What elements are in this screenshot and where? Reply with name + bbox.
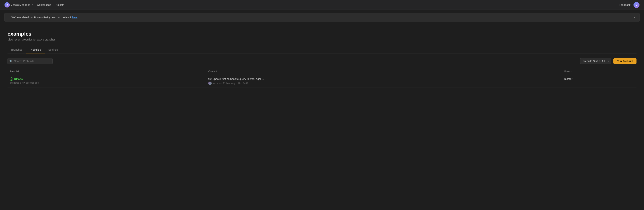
page-subtitle: View recent prebuilds for active branche… (8, 38, 636, 41)
privacy-banner: ℹ We've updated our Privacy Policy. You … (4, 13, 640, 22)
page-title: examples (8, 31, 636, 37)
info-icon: ℹ (8, 15, 10, 19)
col-header-commit: Commit (206, 68, 562, 75)
commit-title: fix: Update rust composite query to work… (208, 77, 560, 80)
col-header-prebuild: Prebuild (8, 68, 206, 75)
commit-author-text: Authored 11 hours ago · 781b9e87 (213, 82, 248, 85)
table-row[interactable]: READY Triggered a few seconds ago fix: U… (8, 75, 636, 88)
toolbar: 🔍 Prebuild Status: All Run Prebuild (8, 58, 636, 64)
banner-left: ℹ We've updated our Privacy Policy. You … (8, 15, 78, 19)
search-input[interactable] (8, 58, 52, 64)
nav-link-projects[interactable]: Projects (55, 3, 64, 6)
search-container: 🔍 (8, 58, 52, 64)
avatar[interactable]: J (634, 2, 640, 8)
banner-link[interactable]: here (72, 16, 78, 19)
status-dropdown-wrapper: Prebuild Status: All (580, 58, 611, 64)
cell-commit: fix: Update rust composite query to work… (206, 75, 562, 88)
user-avatar-small: J (4, 2, 10, 7)
topnav-right: Feedback J (619, 2, 640, 8)
cell-prebuild: READY Triggered a few seconds ago (8, 75, 206, 88)
tab-prebuilds[interactable]: Prebuilds (26, 46, 44, 53)
branch-name: master (564, 77, 572, 80)
run-prebuild-button[interactable]: Run Prebuild (614, 58, 636, 64)
topnav-left: J Jessie Mongeon ▾ Workspaces Projects (4, 2, 64, 7)
top-navigation: J Jessie Mongeon ▾ Workspaces Projects F… (0, 0, 644, 10)
banner-close-button[interactable]: × (634, 16, 636, 19)
status-dropdown[interactable]: Prebuild Status: All (580, 58, 611, 64)
commit-meta: Authored 11 hours ago · 781b9e87 (208, 82, 560, 85)
ready-icon (10, 77, 13, 81)
triggered-text: Triggered a few seconds ago (10, 82, 204, 84)
col-header-branch: Branch (562, 68, 636, 75)
user-menu[interactable]: J Jessie Mongeon ▾ (4, 2, 33, 7)
status-ready: READY (10, 77, 204, 81)
cell-branch: master (562, 75, 636, 88)
chevron-down-icon: ▾ (32, 4, 33, 6)
banner-text: We've updated our Privacy Policy. You ca… (12, 16, 78, 19)
toolbar-right: Prebuild Status: All Run Prebuild (580, 58, 636, 64)
prebuilds-table: Prebuild Commit Branch READY Triggered a… (8, 68, 636, 88)
tab-branches[interactable]: Branches (8, 46, 26, 53)
main-content: examples View recent prebuilds for activ… (0, 25, 644, 94)
tab-bar: Branches Prebuilds Settings (8, 46, 636, 53)
tab-settings[interactable]: Settings (45, 46, 62, 53)
table-header-row: Prebuild Commit Branch (8, 68, 636, 75)
user-name: Jessie Mongeon (11, 3, 30, 6)
commit-author-avatar (208, 82, 212, 85)
nav-link-workspaces[interactable]: Workspaces (36, 3, 51, 6)
feedback-button[interactable]: Feedback (619, 3, 630, 6)
